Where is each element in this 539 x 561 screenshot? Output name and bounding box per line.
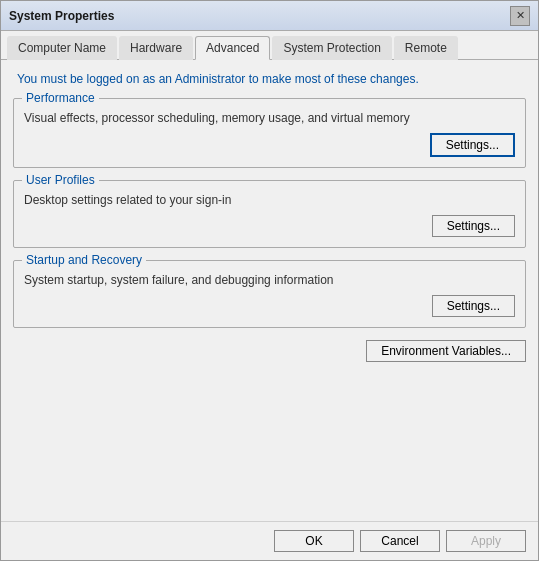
tab-hardware[interactable]: Hardware [119,36,193,60]
tab-content: You must be logged on as an Administrato… [1,60,538,521]
startup-recovery-label: Startup and Recovery [22,253,146,267]
cancel-button[interactable]: Cancel [360,530,440,552]
tab-advanced[interactable]: Advanced [195,36,270,60]
window-title: System Properties [9,9,510,23]
system-properties-window: System Properties ✕ Computer Name Hardwa… [0,0,539,561]
user-profiles-description: Desktop settings related to your sign-in [24,193,515,207]
ok-button[interactable]: OK [274,530,354,552]
user-profiles-section: User Profiles Desktop settings related t… [13,180,526,248]
user-profiles-settings-button[interactable]: Settings... [432,215,515,237]
bottom-bar: OK Cancel Apply [1,521,538,560]
tab-system-protection[interactable]: System Protection [272,36,391,60]
tab-computer-name[interactable]: Computer Name [7,36,117,60]
performance-label: Performance [22,91,99,105]
admin-notice: You must be logged on as an Administrato… [13,72,526,86]
performance-section: Performance Visual effects, processor sc… [13,98,526,168]
close-button[interactable]: ✕ [510,6,530,26]
performance-description: Visual effects, processor scheduling, me… [24,111,515,125]
tab-bar: Computer Name Hardware Advanced System P… [1,31,538,60]
user-profiles-label: User Profiles [22,173,99,187]
performance-settings-button[interactable]: Settings... [430,133,515,157]
startup-recovery-description: System startup, system failure, and debu… [24,273,515,287]
startup-recovery-settings-button[interactable]: Settings... [432,295,515,317]
tab-remote[interactable]: Remote [394,36,458,60]
startup-recovery-btn-row: Settings... [24,295,515,317]
startup-recovery-section: Startup and Recovery System startup, sys… [13,260,526,328]
environment-variables-button[interactable]: Environment Variables... [366,340,526,362]
title-bar: System Properties ✕ [1,1,538,31]
performance-btn-row: Settings... [24,133,515,157]
env-variables-row: Environment Variables... [13,340,526,362]
user-profiles-btn-row: Settings... [24,215,515,237]
apply-button[interactable]: Apply [446,530,526,552]
